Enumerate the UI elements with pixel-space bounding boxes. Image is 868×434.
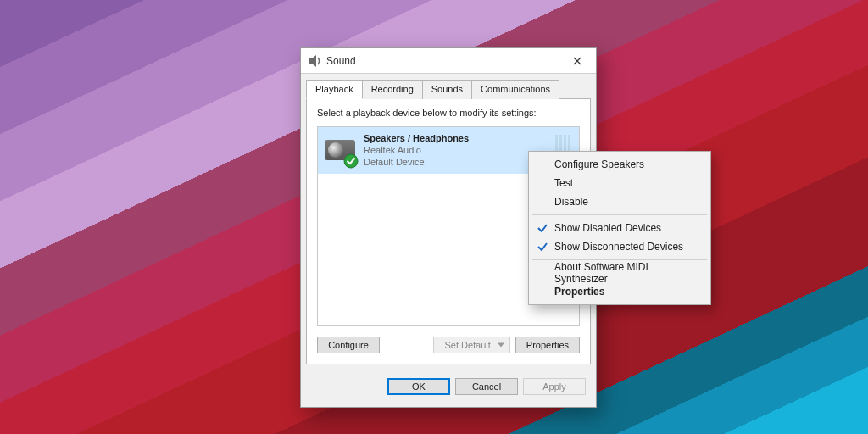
apply-button: Apply bbox=[523, 378, 586, 395]
panel-button-row: Configure Set Default Properties bbox=[317, 337, 580, 353]
titlebar[interactable]: Sound bbox=[301, 48, 596, 74]
ok-button[interactable]: OK bbox=[387, 378, 450, 395]
default-check-icon bbox=[343, 153, 359, 169]
speaker-icon bbox=[325, 135, 355, 165]
configure-button[interactable]: Configure bbox=[317, 337, 380, 353]
tab-recording[interactable]: Recording bbox=[362, 80, 423, 99]
properties-button[interactable]: Properties bbox=[515, 337, 580, 353]
device-text: Speakers / Headphones Realtek Audio Defa… bbox=[364, 132, 469, 168]
device-name: Speakers / Headphones bbox=[364, 132, 469, 144]
tab-sounds[interactable]: Sounds bbox=[422, 80, 472, 99]
context-menu[interactable]: Configure Speakers Test Disable Show Dis… bbox=[528, 151, 711, 305]
check-icon bbox=[536, 240, 549, 253]
device-status: Default Device bbox=[364, 156, 469, 168]
cancel-button[interactable]: Cancel bbox=[455, 378, 518, 395]
menu-separator bbox=[532, 214, 707, 215]
menu-show-disconnected[interactable]: Show Disconnected Devices bbox=[531, 237, 709, 256]
tab-playback[interactable]: Playback bbox=[306, 80, 363, 99]
set-default-button: Set Default bbox=[433, 337, 509, 353]
instruction-text: Select a playback device below to modify… bbox=[317, 108, 580, 118]
menu-disable[interactable]: Disable bbox=[531, 192, 709, 211]
check-icon bbox=[536, 221, 549, 235]
close-icon bbox=[573, 57, 581, 65]
dialog-footer: OK Cancel Apply bbox=[301, 370, 596, 407]
sound-icon bbox=[308, 54, 321, 68]
tab-communications[interactable]: Communications bbox=[471, 80, 559, 99]
svg-rect-0 bbox=[309, 58, 312, 64]
menu-about-midi[interactable]: About Software MIDI Synthesizer bbox=[531, 264, 709, 282]
menu-separator bbox=[532, 259, 707, 260]
menu-configure-speakers[interactable]: Configure Speakers bbox=[531, 155, 709, 174]
menu-test[interactable]: Test bbox=[531, 174, 709, 192]
device-driver: Realtek Audio bbox=[364, 144, 469, 156]
svg-point-2 bbox=[344, 154, 358, 168]
close-button[interactable] bbox=[559, 48, 596, 74]
svg-marker-1 bbox=[312, 55, 316, 67]
menu-properties[interactable]: Properties bbox=[531, 282, 709, 301]
dialog-title: Sound bbox=[326, 55, 559, 67]
tab-strip: Playback Recording Sounds Communications bbox=[301, 74, 596, 98]
menu-show-disabled[interactable]: Show Disabled Devices bbox=[531, 219, 709, 237]
